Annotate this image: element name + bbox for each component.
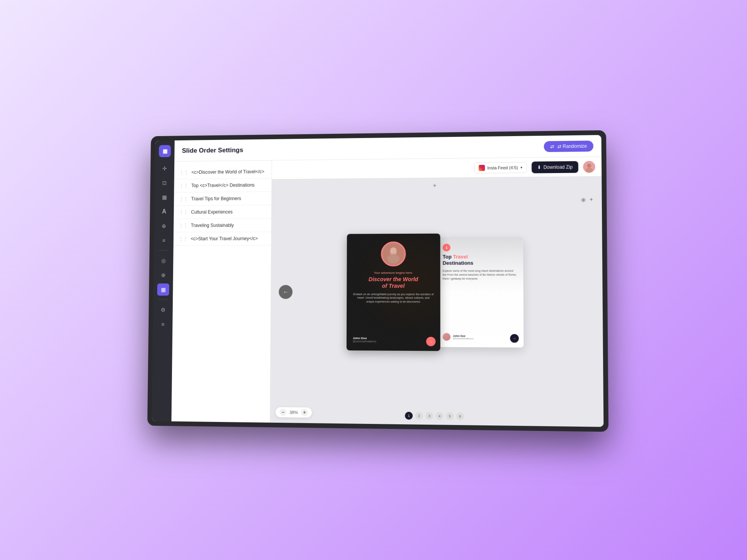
canvas-content: ← xyxy=(270,177,603,409)
slide-2-number: 1 xyxy=(443,244,451,252)
slide-item-1[interactable]: ⋮⋮ <c>Discover the World of Travel</c> xyxy=(174,165,272,179)
slide-label-4: Cultural Experiences xyxy=(191,209,233,215)
insta-feed-badge[interactable]: Insta Feed (4:5) ▾ xyxy=(474,162,527,173)
page-dot-2[interactable]: 2 xyxy=(415,412,423,420)
slide-item-6[interactable]: ⋮⋮ <c>Start Your Travel Journey</c> xyxy=(174,232,271,245)
download-zip-button[interactable]: ⬇ Download Zip xyxy=(531,161,579,173)
slide-2-author-info: John Doe @carouselmakerco xyxy=(453,334,473,340)
user-tool-icon[interactable]: ◎ xyxy=(158,254,170,266)
randomize-button[interactable]: ⇄ ⇄ Randomize xyxy=(544,140,594,152)
slide-2-headline: Top TravelDestinations xyxy=(443,254,517,266)
drag-handle-4: ⋮⋮ xyxy=(179,210,188,215)
slide-1-author-handle: @carouselmakerco xyxy=(353,340,434,343)
drag-handle-1: ⋮⋮ xyxy=(179,170,188,175)
drag-handle-2: ⋮⋮ xyxy=(179,183,188,189)
main-content: Slide Order Settings ⇄ ⇄ Randomize ⋮⋮ <c… xyxy=(172,135,604,427)
left-toolbar: ▦ ✢ ⊡ ▦ A ⊕ ≡ ◎ ⊕ ▦ ⚙ ≡ xyxy=(152,140,174,421)
body-layout: ⋮⋮ <c>Discover the World of Travel</c> ⋮… xyxy=(172,157,604,427)
toolbar-divider-2 xyxy=(158,299,168,300)
slide-2-preview: 1 Top TravelDestinations Explore some of… xyxy=(436,237,523,348)
slide-item-3[interactable]: ⋮⋮ Travel Tips for Beginners xyxy=(174,192,272,206)
page-dot-5[interactable]: 5 xyxy=(446,412,454,420)
download-icon: ⬇ xyxy=(537,164,541,170)
randomize-label: ⇄ Randomize xyxy=(558,143,587,149)
slide-avatar-container xyxy=(353,242,434,266)
slide-1-author: John Doe @carouselmakerco xyxy=(353,336,434,343)
slide-label-3: Travel Tips for Beginners xyxy=(191,196,241,202)
canvas-outer: Insta Feed (4:5) ▾ ⬇ Download Zip xyxy=(270,157,604,427)
canvas-area: ✦ ◉ ✦ ← xyxy=(270,177,604,427)
slide-1-body: Embark on an unforgettable journey as yo… xyxy=(353,292,434,304)
zoom-value: 38% xyxy=(289,410,298,415)
grid-tool-icon[interactable]: ▦ xyxy=(157,284,169,296)
monitor-frame: ▦ ✢ ⊡ ▦ A ⊕ ≡ ◎ ⊕ ▦ ⚙ ≡ Slide Order Sett… xyxy=(147,130,608,432)
text-tool-icon[interactable]: A xyxy=(158,205,170,217)
logo-symbol: ▦ xyxy=(162,148,167,154)
slide-item-4[interactable]: ⋮⋮ Cultural Experiences xyxy=(174,205,272,219)
drag-handle-3: ⋮⋮ xyxy=(179,196,188,202)
add-circle-tool-icon[interactable]: ⊕ xyxy=(157,269,169,281)
slide-label-6: <c>Start Your Travel Journey</c> xyxy=(191,236,258,241)
zoom-controls: − 38% + xyxy=(275,407,312,418)
drag-handle-6: ⋮⋮ xyxy=(179,236,188,242)
slide-2-author: John Doe @carouselmakerco xyxy=(443,333,517,341)
svg-point-6 xyxy=(390,247,396,254)
slide-1-preview: Your adventure begins here. Discover the… xyxy=(347,234,440,351)
page-dot-1[interactable]: 1 xyxy=(405,412,413,420)
arrow-left-icon: ← xyxy=(283,289,288,295)
paint-tool-icon[interactable]: ⊕ xyxy=(158,220,170,232)
slide-item-5[interactable]: ⋮⋮ Traveling Sustainably xyxy=(174,219,271,233)
download-label: Download Zip xyxy=(544,164,573,170)
slide-2-author-handle: @carouselmakerco xyxy=(453,337,473,340)
slide-preview-container: Your adventure begins here. Discover the… xyxy=(347,233,524,352)
save-tool-icon[interactable]: ⊡ xyxy=(158,177,170,189)
app-window: ▦ ✢ ⊡ ▦ A ⊕ ≡ ◎ ⊕ ▦ ⚙ ≡ Slide Order Sett… xyxy=(152,135,603,427)
slide-label-5: Traveling Sustainably xyxy=(191,222,234,228)
page-dot-3[interactable]: 3 xyxy=(425,412,433,420)
lines-tool-icon[interactable]: ≡ xyxy=(158,234,170,247)
menu-tool-icon[interactable]: ≡ xyxy=(157,318,169,331)
slide-item-2[interactable]: ⋮⋮ Top <c>Travel</c> Destinations xyxy=(174,178,272,192)
slide-1-avatar xyxy=(381,242,406,266)
user-avatar xyxy=(583,161,595,173)
insta-feed-label: Insta Feed (4:5) xyxy=(487,165,518,170)
page-dot-4[interactable]: 4 xyxy=(436,412,444,420)
headline-accent: Travel xyxy=(453,254,468,260)
slide-label-1: <c>Discover the World of Travel</c> xyxy=(191,169,265,175)
instagram-icon xyxy=(479,164,485,171)
slide-2-author-name: John Doe xyxy=(453,334,473,337)
zoom-out-button[interactable]: − xyxy=(279,409,286,416)
slide-label-2: Top <c>Travel</c> Destinations xyxy=(191,182,255,188)
slide-1-tagline: Your adventure begins here. xyxy=(353,271,434,275)
toolbar-divider-1 xyxy=(158,250,169,251)
move-tool-icon[interactable]: ✢ xyxy=(159,162,171,174)
settings-tool-icon[interactable]: ⚙ xyxy=(157,304,169,316)
layout-tool-icon[interactable]: ▦ xyxy=(158,191,170,203)
slide-2-avatar xyxy=(443,333,451,341)
slide-panel: ⋮⋮ <c>Discover the World of Travel</c> ⋮… xyxy=(172,161,272,423)
page-title: Slide Order Settings xyxy=(182,143,538,155)
slide-2-body: Explore some of the most soug travel des… xyxy=(443,269,517,281)
feed-dropdown-icon: ▾ xyxy=(520,165,522,169)
canvas-toolbar: Insta Feed (4:5) ▾ ⬇ Download Zip xyxy=(272,157,601,180)
zoom-in-button[interactable]: + xyxy=(301,409,308,416)
svg-point-5 xyxy=(387,254,400,264)
back-arrow-button[interactable]: ← xyxy=(279,285,293,299)
page-dot-6[interactable]: 6 xyxy=(456,412,464,420)
slide-1-headline: Discover the Worldof Travel xyxy=(353,276,434,289)
app-logo: ▦ xyxy=(159,145,171,157)
drag-handle-5: ⋮⋮ xyxy=(179,223,188,228)
randomize-icon: ⇄ xyxy=(550,144,554,149)
